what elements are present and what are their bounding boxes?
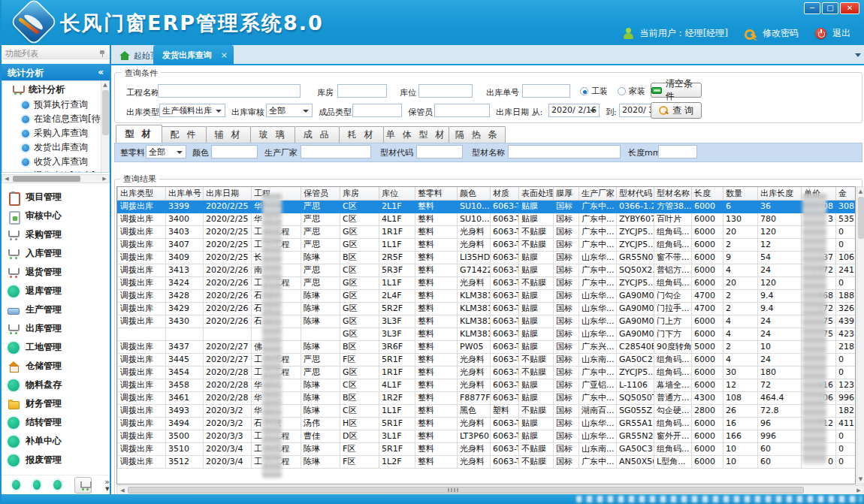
module-item[interactable]: 结转管理 bbox=[2, 413, 110, 432]
column-header[interactable]: 表面处理 bbox=[519, 187, 554, 200]
outbound-type-select[interactable]: 生产领料出库 bbox=[159, 104, 225, 117]
material-tab[interactable]: 型 材 bbox=[116, 125, 162, 143]
table-row[interactable]: 调拨出库34132020/2/26南 ...严思C区5R3F整料G7142260… bbox=[118, 264, 856, 276]
column-header[interactable]: 出库单号 bbox=[166, 187, 204, 200]
material-tab[interactable]: 单 体 型 材 bbox=[383, 126, 449, 143]
table-row[interactable]: 调拨出库34032020/2/25工 共工程严思G区1R1F整料光身料6063-… bbox=[118, 225, 856, 238]
table-row[interactable]: 调拨出库34292020/2/26石 城陈琳G区5R2F整料KLM3817606… bbox=[118, 302, 856, 315]
sidebar-quick-button[interactable] bbox=[12, 480, 20, 490]
maximize-button[interactable]: □ bbox=[822, 2, 838, 14]
table-row[interactable]: 调拨出库34282020/2/26石 城陈琳G区2L4F整料KLM3817606… bbox=[118, 289, 856, 302]
table-row[interactable]: 调拨出库35122020/3/4工 共工程陈琳F区1L2F整料光身料6063-T… bbox=[118, 455, 856, 468]
column-header[interactable]: 出库类型 bbox=[118, 187, 166, 200]
pin-icon[interactable] bbox=[99, 50, 105, 57]
table-row[interactable]: 调拨出库34932020/3/2华 原...陈琳C区1L1F整料黑色塑料不贴膜国… bbox=[118, 404, 856, 417]
audit-select[interactable]: 全部 bbox=[266, 104, 313, 117]
scroll-right-icon[interactable]: ▶ bbox=[854, 487, 863, 494]
length-input[interactable] bbox=[658, 145, 697, 158]
order-no-input[interactable] bbox=[522, 84, 570, 98]
tree-item-采购入库查询[interactable]: 采购入库查询 bbox=[2, 126, 109, 140]
column-header[interactable]: 颜色 bbox=[458, 187, 491, 200]
scrollbar-thumb[interactable] bbox=[128, 487, 804, 493]
whole-part-select[interactable]: 全部 bbox=[146, 145, 186, 158]
search-button[interactable]: 查 询 bbox=[651, 102, 702, 119]
table-row[interactable]: 调拨出库34002020/2/25华 原...严思C区4L1F整料SU10...… bbox=[118, 213, 856, 225]
sidebar-quick-button[interactable] bbox=[33, 480, 41, 490]
module-item[interactable]: 退货管理 bbox=[2, 263, 110, 282]
table-vertical-scrollbar[interactable]: ▲ ▼ bbox=[856, 186, 864, 484]
tree-root-node[interactable]: 统计分析 bbox=[2, 81, 109, 98]
scroll-right-icon[interactable]: ▶ bbox=[100, 175, 109, 183]
module-item[interactable]: 出库管理 bbox=[2, 319, 110, 338]
date-from-picker[interactable]: 2020/ 2/16 bbox=[548, 104, 600, 117]
logout-link[interactable]: 退出 bbox=[832, 27, 850, 40]
location-input[interactable] bbox=[418, 84, 473, 98]
collapse-icon[interactable]: « bbox=[98, 67, 104, 77]
warehouse-input[interactable] bbox=[337, 84, 387, 98]
change-password-link[interactable]: 修改密码 bbox=[763, 27, 799, 40]
table-row[interactable]: 调拨出库35102020/3/4工 共工程陈琳F区5R1F整料光身料6063-T… bbox=[118, 442, 856, 455]
table-row[interactable]: 调拨出库34372020/2/27佛 ...陈琳B区3R6F整料PW056063… bbox=[118, 340, 856, 353]
sidebar-cart-button[interactable] bbox=[74, 477, 92, 493]
material-tab[interactable]: 玻 璃 bbox=[250, 126, 295, 143]
scroll-up-icon[interactable]: ▲ bbox=[857, 187, 864, 196]
tree-item-收货入库查询[interactable]: 收货入库查询 bbox=[2, 155, 109, 169]
scroll-left-icon[interactable]: ◀ bbox=[2, 175, 11, 183]
module-item[interactable]: 采购管理 bbox=[2, 225, 110, 244]
tree-item-发货出库查询[interactable]: 发货出库查询 bbox=[2, 140, 109, 155]
column-header[interactable]: 生产厂家 bbox=[579, 187, 617, 200]
profile-code-input[interactable] bbox=[416, 145, 463, 158]
column-header[interactable]: 库房 bbox=[340, 187, 379, 200]
material-tab[interactable]: 辅 材 bbox=[206, 126, 251, 143]
scroll-up-icon[interactable]: ▲ bbox=[101, 81, 109, 89]
module-item[interactable]: 工地管理 bbox=[2, 338, 110, 357]
module-item[interactable]: 入库管理 bbox=[2, 244, 110, 263]
table-row[interactable]: 调拨出库34072020/2/25工 共工程严思G区1L1F整料光身料6063-… bbox=[118, 238, 856, 251]
table-row[interactable]: 调拨出库34612020/2/28华 原...陈琳B区1R2F整料F8877FT… bbox=[118, 391, 856, 404]
module-item[interactable]: 报废管理 bbox=[2, 451, 110, 469]
table-row[interactable]: 调拨出库34542020/2/28工 共工程严思G区1R1F整料光身料6063-… bbox=[118, 366, 856, 379]
tab-overflow-dropdown-icon[interactable] bbox=[855, 53, 861, 57]
scrollbar-thumb[interactable] bbox=[13, 176, 80, 182]
scroll-down-icon[interactable]: ▼ bbox=[857, 475, 864, 484]
column-header[interactable]: 出库日期 bbox=[204, 187, 252, 200]
module-item[interactable]: 财务管理 bbox=[2, 394, 110, 413]
table-row[interactable]: 调拨出库33992020/2/25华 原...严思C区2L1F整料SU10...… bbox=[118, 200, 856, 213]
table-row[interactable]: 调拨出库34242020/2/26工 共工程严思G区1L1F整料光身料6063-… bbox=[118, 276, 856, 289]
column-header[interactable]: 金 bbox=[836, 187, 856, 200]
factory-input[interactable] bbox=[301, 145, 371, 158]
module-item[interactable]: 补单中心 bbox=[2, 432, 110, 451]
tree-horizontal-scrollbar[interactable]: ◀ ▶ bbox=[2, 174, 110, 183]
sidebar-quick-button[interactable] bbox=[53, 480, 62, 490]
module-item[interactable]: 项目管理 bbox=[2, 188, 110, 207]
product-type-input[interactable] bbox=[352, 104, 402, 117]
module-item[interactable]: 退库管理 bbox=[2, 282, 110, 300]
table-row[interactable]: G区3L3F整料KLM38176063-T5贴膜国标山东华...GA90M09.… bbox=[118, 327, 856, 340]
material-tab[interactable]: 耗 材 bbox=[339, 126, 384, 143]
table-row[interactable]: 调拨出库34302020/2/26石 城陈琳G区3L3F整料KLM3817606… bbox=[118, 315, 856, 327]
tree-vertical-scrollbar[interactable]: ▲ bbox=[101, 81, 109, 172]
table-row[interactable]: 调拨出库34092020/2/25长 ...陈琳B区2R5F整料LI35HD60… bbox=[118, 251, 856, 264]
material-tab[interactable]: 隔 热 条 bbox=[449, 126, 506, 143]
table-row[interactable]: 调拨出库35002020/3/3工 共工程曹佳D区3L1F整料LT3P60606… bbox=[118, 430, 856, 442]
column-header[interactable]: 出库长度 bbox=[758, 187, 802, 200]
column-header[interactable]: 库位 bbox=[379, 187, 415, 200]
clear-conditions-button[interactable]: 清空条件 bbox=[651, 83, 702, 98]
radio-home[interactable]: 家装 bbox=[618, 86, 645, 97]
module-item[interactable]: 生产管理 bbox=[2, 300, 110, 319]
minimize-button[interactable]: ─ bbox=[804, 2, 820, 14]
tree-item-退货查询待定[interactable]: 退货查询[待定] bbox=[2, 169, 109, 173]
column-header[interactable]: 长度 bbox=[692, 187, 724, 200]
module-item[interactable]: 审核中心 bbox=[2, 207, 110, 225]
scroll-left-icon[interactable]: ◀ bbox=[118, 487, 127, 494]
tree-item-在途信息查询待[interactable]: 在途信息查询[待 bbox=[2, 112, 109, 126]
table-row[interactable]: 调拨出库34582020/2/28华 原...陈琳C区4L1F整料光身料6063… bbox=[118, 379, 856, 391]
scrollbar-thumb[interactable] bbox=[102, 90, 109, 135]
profile-name-input[interactable] bbox=[508, 145, 621, 158]
table-row[interactable]: 调拨出库34452020/2/27工 共工程严思F区5R1F整料光身料6063-… bbox=[118, 353, 856, 366]
sidebar-overflow-button[interactable]: »▾ bbox=[104, 478, 110, 492]
tree-item-预算执行查询[interactable]: 预算执行查询 bbox=[2, 98, 109, 112]
scrollbar-thumb[interactable] bbox=[858, 197, 864, 239]
module-item[interactable]: 仓储管理 bbox=[2, 357, 110, 376]
close-button[interactable]: ✕ bbox=[840, 2, 859, 14]
